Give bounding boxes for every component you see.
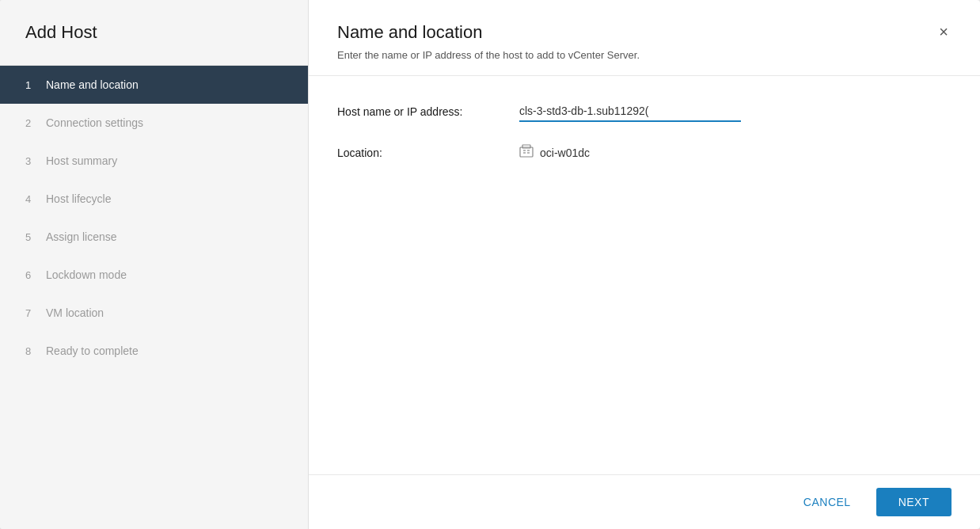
- step-num-6: 6: [25, 269, 36, 281]
- dialog-title: Add Host: [0, 0, 308, 66]
- step-label-7: VM location: [46, 306, 104, 319]
- step-label-8: Ready to complete: [46, 344, 139, 357]
- hostname-label: Host name or IP address:: [337, 105, 519, 118]
- content-footer: CANCEL NEXT: [309, 474, 980, 529]
- steps-list: 1 Name and location 2 Connection setting…: [0, 66, 308, 529]
- step-num-4: 4: [25, 193, 36, 205]
- step-num-3: 3: [25, 155, 36, 167]
- step-label-1: Name and location: [46, 78, 139, 91]
- step-label-2: Connection settings: [46, 116, 143, 129]
- sidebar-step-2[interactable]: 2 Connection settings: [0, 104, 308, 142]
- datacenter-icon: [519, 144, 534, 162]
- add-host-dialog: Add Host 1 Name and location 2 Connectio…: [0, 0, 980, 529]
- content-title: Name and location: [337, 22, 640, 43]
- cancel-button[interactable]: CANCEL: [788, 488, 867, 516]
- sidebar-step-4[interactable]: 4 Host lifecycle: [0, 180, 308, 218]
- sidebar-step-3[interactable]: 3 Host summary: [0, 142, 308, 180]
- content-header: Name and location Enter the name or IP a…: [309, 0, 980, 76]
- location-row: Location: oci-w01dc: [337, 144, 952, 162]
- location-text: oci-w01dc: [540, 147, 590, 159]
- content-body: Host name or IP address: Location:: [309, 76, 980, 474]
- sidebar-step-7[interactable]: 7 VM location: [0, 294, 308, 332]
- hostname-input[interactable]: [519, 101, 741, 122]
- step-num-5: 5: [25, 231, 36, 243]
- sidebar-step-6[interactable]: 6 Lockdown mode: [0, 256, 308, 294]
- content-subtitle: Enter the name or IP address of the host…: [337, 49, 640, 61]
- step-label-4: Host lifecycle: [46, 192, 111, 205]
- hostname-row: Host name or IP address:: [337, 101, 952, 122]
- next-button[interactable]: NEXT: [876, 488, 952, 516]
- sidebar: Add Host 1 Name and location 2 Connectio…: [0, 0, 309, 529]
- step-num-1: 1: [25, 79, 36, 91]
- step-num-7: 7: [25, 307, 36, 319]
- step-label-3: Host summary: [46, 154, 117, 167]
- step-num-8: 8: [25, 345, 36, 357]
- location-label: Location:: [337, 147, 519, 159]
- step-label-5: Assign license: [46, 230, 117, 243]
- sidebar-step-1: 1 Name and location: [0, 66, 308, 104]
- sidebar-step-5[interactable]: 5 Assign license: [0, 218, 308, 256]
- step-label-6: Lockdown mode: [46, 268, 127, 281]
- main-content: Name and location Enter the name or IP a…: [309, 0, 980, 529]
- svg-rect-0: [520, 147, 533, 157]
- close-button[interactable]: ×: [936, 24, 952, 40]
- location-value: oci-w01dc: [519, 144, 590, 162]
- step-num-2: 2: [25, 117, 36, 129]
- sidebar-step-8[interactable]: 8 Ready to complete: [0, 332, 308, 370]
